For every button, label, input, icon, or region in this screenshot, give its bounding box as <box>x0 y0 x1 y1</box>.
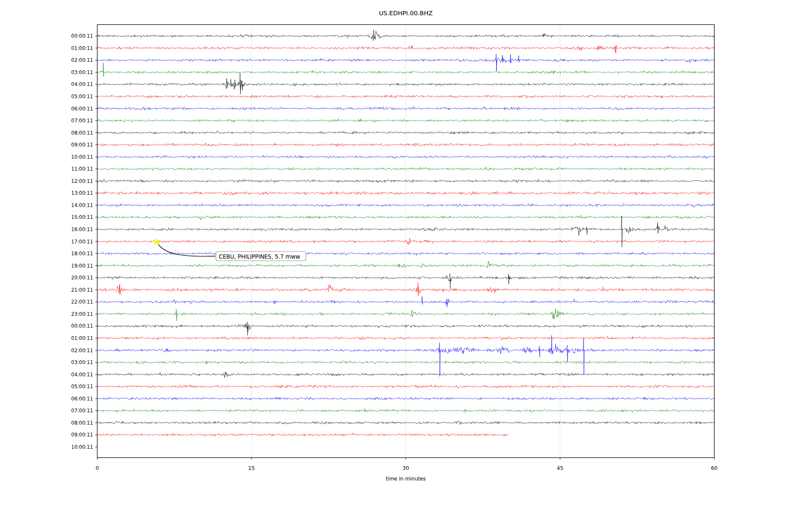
y-tick-label: 19:00:11 <box>71 263 93 269</box>
y-tick-label: 07:00:11 <box>71 118 93 124</box>
y-tick-label: 10:00:11 <box>71 444 93 450</box>
y-tick-label: 17:00:11 <box>71 239 93 245</box>
y-tick-label: 08:00:11 <box>71 420 93 426</box>
y-tick-label: 10:00:11 <box>71 154 93 160</box>
trace-row <box>97 179 714 183</box>
trace-row <box>97 155 714 159</box>
y-tick-label: 00:00:11 <box>71 33 93 39</box>
y-tick-label: 07:00:11 <box>71 408 93 414</box>
x-axis-label: time in minutes <box>386 476 425 482</box>
y-tick-label: 04:00:11 <box>71 372 93 378</box>
event-star-marker <box>153 238 160 245</box>
trace-row <box>97 361 714 364</box>
y-tick-label: 03:00:11 <box>71 359 93 365</box>
trace-row <box>97 54 714 71</box>
y-tick-label: 11:00:11 <box>71 166 93 172</box>
y-tick-label: 16:00:11 <box>71 226 93 232</box>
y-tick-label: 12:00:11 <box>71 178 93 184</box>
y-tick-label: 02:00:11 <box>71 348 93 353</box>
y-tick-label: 23:00:11 <box>71 311 93 317</box>
helicorder-plot: US.EDHPI.00.BHZ 00:00:1101:00:1102:00:11… <box>0 0 812 508</box>
annotation-arrow <box>159 245 216 257</box>
y-tick-label: 04:00:11 <box>71 81 93 87</box>
y-tick-label: 01:00:11 <box>71 335 93 341</box>
y-tick-label: 09:00:11 <box>71 142 93 148</box>
annotation-text: CEBU, PHILIPPINES, 5.7 mww <box>219 254 300 260</box>
trace-row <box>97 433 509 436</box>
trace-row <box>97 372 714 378</box>
y-tick-label: 20:00:11 <box>71 275 93 281</box>
y-tick-label: 22:00:11 <box>71 299 93 305</box>
trace-row <box>97 273 714 289</box>
helicorder-figure: US.EDHPI.00.BHZ 00:00:1101:00:1102:00:11… <box>0 0 812 508</box>
y-tick-label: 14:00:11 <box>71 202 93 208</box>
x-tick-label: 30 <box>403 465 409 471</box>
y-tick-label: 00:00:11 <box>71 323 93 329</box>
y-tick-label: 21:00:11 <box>71 287 93 293</box>
y-tick-label: 05:00:11 <box>71 94 93 99</box>
y-tick-label: 05:00:11 <box>71 384 93 389</box>
figure-title: US.EDHPI.00.BHZ <box>379 10 433 17</box>
trace-row <box>97 336 714 340</box>
trace-row <box>97 296 714 307</box>
x-tick-label: 0 <box>96 465 99 471</box>
y-tick-label: 01:00:11 <box>71 45 93 51</box>
x-tick-label: 45 <box>557 465 563 471</box>
y-tick-label: 13:00:11 <box>71 190 93 196</box>
trace-row <box>97 73 714 94</box>
x-tick-label: 60 <box>711 465 717 471</box>
x-axis: 015304560 <box>96 458 717 471</box>
y-tick-label: 15:00:11 <box>71 214 93 220</box>
y-axis: 00:00:1101:00:1102:00:1103:00:1104:00:11… <box>71 33 97 450</box>
y-tick-label: 08:00:11 <box>71 130 93 136</box>
x-tick-label: 15 <box>248 465 255 471</box>
y-tick-label: 06:00:11 <box>71 106 93 112</box>
y-tick-label: 03:00:11 <box>71 69 93 75</box>
y-tick-label: 02:00:11 <box>71 57 93 63</box>
y-tick-label: 06:00:11 <box>71 396 93 402</box>
y-tick-label: 09:00:11 <box>71 432 93 438</box>
y-tick-label: 18:00:11 <box>71 251 93 257</box>
